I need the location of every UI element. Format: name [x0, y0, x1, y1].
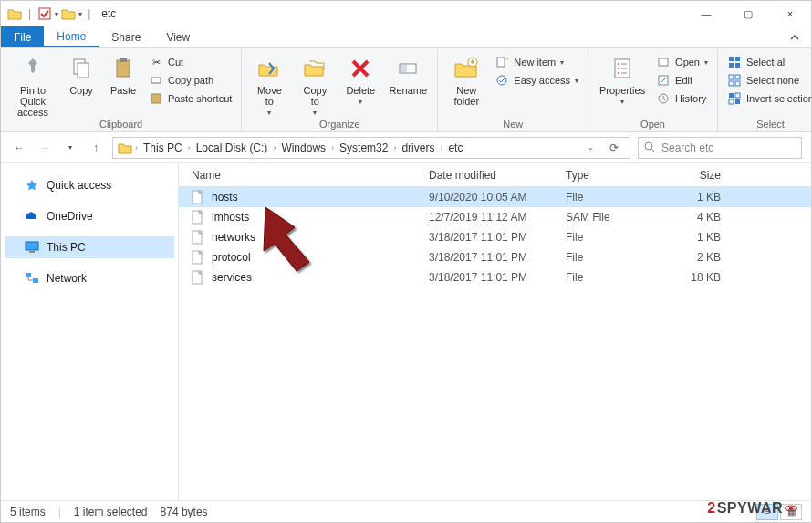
svg-rect-22 [735, 57, 740, 61]
tab-view[interactable]: View [153, 26, 203, 47]
open-button[interactable]: Open ▾ [654, 54, 710, 70]
svg-rect-36 [26, 273, 31, 277]
tab-share[interactable]: Share [99, 26, 153, 47]
file-size: 1 KB [666, 231, 730, 244]
table-row[interactable]: services3/18/2017 11:01 PMFile18 KB [179, 267, 811, 288]
delete-label: Delete [346, 85, 375, 96]
svg-rect-3 [117, 60, 130, 77]
file-size: 4 KB [666, 211, 730, 224]
move-to-button[interactable]: Move to▾ [249, 52, 289, 117]
file-date: 9/10/2020 10:05 AM [429, 191, 566, 204]
navigation-pane: Quick access OneDrive This PC Network [1, 163, 179, 500]
paste-shortcut-button[interactable]: Paste shortcut [147, 90, 234, 107]
back-button[interactable]: ← [10, 139, 28, 157]
easy-access-button[interactable]: Easy access ▾ [493, 72, 580, 89]
up-button[interactable]: ↑ [87, 139, 105, 157]
column-header-name[interactable]: Name [192, 169, 429, 182]
breadcrumb[interactable]: Windows [277, 141, 329, 154]
group-open: Properties▾ Open ▾ Edit History Open [588, 48, 718, 131]
history-button[interactable]: History [654, 90, 710, 107]
file-date: 3/18/2017 11:01 PM [429, 231, 566, 244]
chevron-right-icon[interactable]: › [393, 143, 396, 152]
edit-button[interactable]: Edit [654, 72, 710, 89]
sidebar-item-label: OneDrive [47, 210, 93, 223]
status-selection: 1 item selected [74, 506, 148, 518]
properties-button[interactable]: Properties▾ [596, 52, 649, 106]
new-item-icon: ✦ [494, 55, 509, 69]
select-all-button[interactable]: Select all [725, 54, 812, 70]
table-row[interactable]: protocol3/18/2017 11:01 PMFile2 KB [179, 247, 811, 267]
svg-rect-27 [729, 81, 734, 86]
search-input[interactable]: Search etc [638, 137, 802, 159]
table-row[interactable]: lmhosts12/7/2019 11:12 AMSAM File4 KB [179, 207, 811, 227]
check-icon[interactable] [36, 5, 53, 22]
breadcrumb[interactable]: Local Disk (C:) [193, 141, 272, 154]
new-folder-button[interactable]: ✦ New folder [445, 52, 487, 107]
forward-button[interactable]: → [36, 139, 54, 157]
chevron-right-icon[interactable]: › [440, 143, 442, 152]
search-icon [644, 141, 656, 153]
cut-button[interactable]: ✂Cut [147, 54, 234, 70]
file-type: File [566, 231, 666, 244]
breadcrumb[interactable]: etc [444, 141, 466, 154]
address-dropdown-button[interactable]: ⌄ [578, 137, 602, 159]
svg-rect-32 [735, 99, 740, 104]
new-item-button[interactable]: ✦New item ▾ [493, 54, 580, 70]
rename-label: Rename [390, 85, 428, 96]
file-size: 1 KB [666, 191, 730, 204]
new-item-label: New item [514, 57, 556, 68]
open-label: Open [675, 57, 700, 68]
invert-selection-button[interactable]: Invert selection [725, 90, 812, 107]
table-row[interactable]: networks3/18/2017 11:01 PMFile1 KB [179, 227, 811, 247]
history-icon [656, 91, 671, 106]
sidebar-item-network[interactable]: Network [5, 267, 174, 289]
maximize-button[interactable]: ▢ [727, 1, 769, 26]
qat-separator: | [25, 7, 35, 20]
file-icon [192, 270, 206, 285]
chevron-right-icon[interactable]: › [135, 143, 138, 152]
chevron-right-icon[interactable]: › [273, 143, 276, 152]
sidebar-item-quick-access[interactable]: Quick access [5, 174, 174, 196]
group-new-label: New [445, 118, 580, 130]
paste-icon [109, 54, 138, 83]
qat-dropdown-icon[interactable]: ▾ [78, 10, 82, 18]
column-header-size[interactable]: Size [666, 169, 730, 182]
rename-button[interactable]: Rename [386, 52, 430, 96]
tab-file[interactable]: File [1, 26, 44, 47]
breadcrumb[interactable]: System32 [336, 141, 391, 154]
paste-button[interactable]: Paste [105, 52, 141, 96]
sidebar-item-this-pc[interactable]: This PC [5, 236, 174, 258]
tab-home[interactable]: Home [44, 26, 99, 47]
qat-dropdown-icon[interactable]: ▾ [55, 10, 58, 18]
collapse-ribbon-button[interactable] [778, 26, 811, 47]
delete-button[interactable]: Delete▾ [340, 52, 380, 106]
sidebar-item-onedrive[interactable]: OneDrive [5, 205, 174, 227]
chevron-right-icon[interactable]: › [331, 143, 334, 152]
minimize-button[interactable]: — [685, 1, 727, 26]
copy-path-button[interactable]: Copy path [147, 72, 234, 89]
star-icon [25, 178, 39, 193]
pin-to-quick-access-button[interactable]: Pin to Quick access [8, 52, 57, 118]
breadcrumb[interactable]: drivers [398, 141, 438, 154]
file-icon [192, 210, 206, 225]
close-button[interactable]: × [769, 1, 811, 26]
copy-button[interactable]: Copy [63, 52, 99, 96]
table-row[interactable]: hosts9/10/2020 10:05 AMFile1 KB [179, 187, 811, 207]
address-bar[interactable]: › This PC› Local Disk (C:)› Windows› Sys… [112, 137, 630, 159]
refresh-button[interactable]: ⟳ [602, 137, 626, 159]
copy-to-button[interactable]: Copy to▾ [295, 52, 335, 117]
folder-icon [6, 5, 23, 22]
sidebar-item-label: This PC [47, 241, 86, 254]
recent-locations-button[interactable]: ▾ [61, 139, 79, 157]
svg-rect-29 [729, 93, 734, 98]
breadcrumb[interactable]: This PC [140, 141, 186, 154]
column-header-type[interactable]: Type [566, 169, 666, 182]
file-icon [192, 250, 206, 265]
file-name: protocol [212, 251, 251, 264]
select-none-button[interactable]: Select none [725, 72, 812, 89]
qat-separator: | [84, 7, 94, 20]
column-header-date[interactable]: Date modified [429, 169, 566, 182]
chevron-right-icon[interactable]: › [188, 143, 191, 152]
paste-shortcut-icon [149, 91, 163, 106]
svg-rect-25 [729, 75, 734, 79]
